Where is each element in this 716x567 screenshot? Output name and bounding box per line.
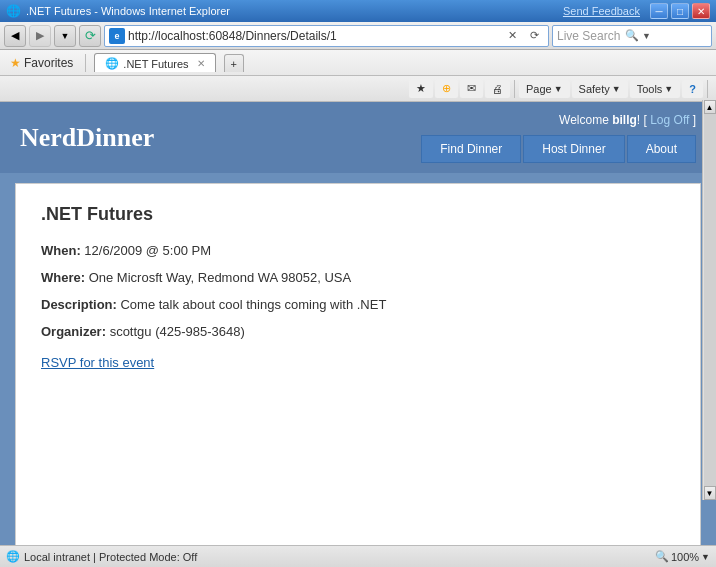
page-menu-arrow: ▼ [554,84,563,94]
separator [514,80,515,98]
when-label: When: [41,243,81,258]
page-header: NerdDinner Welcome billg! [ Log Off ] Fi… [0,102,716,173]
title-bar: 🌐 .NET Futures - Windows Internet Explor… [0,0,716,22]
rss-button[interactable]: ⊕ [435,79,458,98]
forward-button[interactable]: ▶ [29,25,51,47]
favorites-button[interactable]: ★ Favorites [6,54,77,72]
live-search-box: Live Search 🔍 ▼ [552,25,712,47]
favorites-star-icon: ★ [10,56,21,70]
stop-button[interactable]: ✕ [502,26,522,46]
help-button[interactable]: ? [682,80,703,98]
new-tab-icon: + [231,58,237,70]
scroll-down-button[interactable]: ▼ [704,486,716,500]
organizer-label: Organizer: [41,324,106,339]
organizer-row: Organizer: scottgu (425-985-3648) [41,324,675,339]
ie-icon: e [109,28,125,44]
favorites-bar: ★ Favorites 🌐 .NET Futures ✕ + [0,50,716,76]
print-icon: 🖨 [492,83,503,95]
when-row: When: 12/6/2009 @ 5:00 PM [41,243,675,258]
organizer-value: scottgu (425-985-3648) [110,324,245,339]
safety-menu-button[interactable]: Safety ▼ [572,80,628,98]
zoom-level: 100% [671,551,699,563]
send-feedback-link[interactable]: Send Feedback [563,5,640,17]
minimize-button[interactable]: ─ [650,3,668,19]
host-dinner-button[interactable]: Host Dinner [523,135,624,163]
help-icon: ? [689,83,696,95]
about-button[interactable]: About [627,135,696,163]
username: billg [612,113,637,127]
active-tab[interactable]: 🌐 .NET Futures ✕ [94,53,215,72]
site-title: NerdDinner [20,123,154,153]
separator-2 [707,80,708,98]
dinner-title: .NET Futures [41,204,675,225]
status-bar: 🌐 Local intranet | Protected Mode: Off 🔍… [0,545,716,567]
back-button[interactable]: ◀ [4,25,26,47]
live-search-label[interactable]: Live Search [557,29,622,43]
search-submit-button[interactable]: 🔍 [625,29,639,42]
address-bar: ◀ ▶ ▼ ⟳ e http://localhost:60848/Dinners… [0,22,716,50]
new-tab-button[interactable]: + [224,54,244,72]
command-bar: ★ ⊕ ✉ 🖨 Page ▼ Safety ▼ Tools ▼ ? [0,76,716,102]
scroll-up-button[interactable]: ▲ [704,100,716,114]
tab-icon: 🌐 [105,57,119,70]
logoff-link[interactable]: Log Off [650,113,689,127]
favorites-tool-icon: ★ [416,82,426,95]
zoom-control[interactable]: 🔍 100% ▼ [655,550,710,563]
favorites-label: Favorites [24,56,73,70]
scrollbar[interactable]: ▲ ▼ [702,100,716,500]
recent-pages-button[interactable]: ▼ [54,25,76,47]
where-row: Where: One Microsft Way, Redmond WA 9805… [41,270,675,285]
tools-menu-button[interactable]: Tools ▼ [630,80,681,98]
globe-status-icon: 🌐 [6,550,20,563]
rsvp-link[interactable]: RSVP for this event [41,355,154,370]
description-value: Come talk about cool things coming with … [120,297,386,312]
content-card: .NET Futures When: 12/6/2009 @ 5:00 PM W… [15,183,701,557]
mail-icon: ✉ [467,82,476,95]
refresh-button[interactable]: ⟳ [79,25,101,47]
where-value: One Microsft Way, Redmond WA 98052, USA [89,270,352,285]
page-body: NerdDinner Welcome billg! [ Log Off ] Fi… [0,102,716,567]
page-menu-button[interactable]: Page ▼ [519,80,570,98]
nav-buttons: Find Dinner Host Dinner About [421,135,696,163]
window-title: .NET Futures - Windows Internet Explorer [26,5,230,17]
when-value: 12/6/2009 @ 5:00 PM [84,243,211,258]
description-row: Description: Come talk about cool things… [41,297,675,312]
browser-icon: 🌐 [6,4,21,18]
zoom-icon: 🔍 [655,550,669,563]
url-display[interactable]: http://localhost:60848/Dinners/Details/1 [128,29,499,43]
print-button[interactable]: 🖨 [485,80,510,98]
tools-menu-label: Tools [637,83,663,95]
safety-menu-label: Safety [579,83,610,95]
refresh-addr-button[interactable]: ⟳ [524,26,544,46]
close-button[interactable]: ✕ [692,3,710,19]
favorites-tool-button[interactable]: ★ [409,79,433,98]
tab-close-icon[interactable]: ✕ [197,58,205,69]
description-label: Description: [41,297,117,312]
page-menu-label: Page [526,83,552,95]
search-dropdown-icon[interactable]: ▼ [642,31,707,41]
safety-menu-arrow: ▼ [612,84,621,94]
tab-label: .NET Futures [123,58,188,70]
where-label: Where: [41,270,85,285]
maximize-button[interactable]: □ [671,3,689,19]
zone-text: Local intranet | Protected Mode: Off [24,551,197,563]
zoom-dropdown-icon: ▼ [701,552,710,562]
welcome-text: Welcome billg! [ Log Off ] [559,113,696,127]
address-input-wrapper: e http://localhost:60848/Dinners/Details… [104,25,549,47]
find-dinner-button[interactable]: Find Dinner [421,135,521,163]
rss-icon: ⊕ [442,82,451,95]
tools-menu-arrow: ▼ [664,84,673,94]
mail-button[interactable]: ✉ [460,79,483,98]
